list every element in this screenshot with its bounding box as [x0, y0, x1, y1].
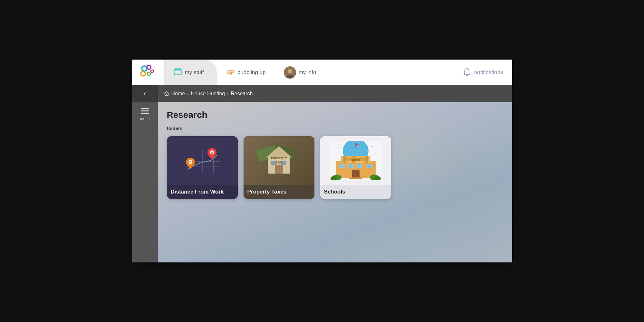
distance-illustration: B A [178, 144, 226, 177]
menu-icon [141, 108, 149, 114]
svg-point-2 [141, 71, 145, 76]
main-area: menu Research folders [132, 102, 512, 262]
svg-rect-5 [174, 70, 181, 75]
svg-rect-62 [352, 170, 360, 178]
svg-rect-64 [349, 177, 362, 179]
schools-illustration: ✦ ✦ • • [330, 141, 381, 180]
svg-point-12 [466, 68, 467, 69]
folders-label: folders [167, 126, 503, 131]
nav-tab-bubblingup[interactable]: bubbling up [217, 60, 275, 85]
mystuff-label: my stuff [185, 69, 204, 76]
svg-point-63 [354, 174, 355, 175]
nav-tab-myinfo[interactable]: my info [275, 60, 325, 85]
menu-button[interactable]: menu [140, 108, 149, 121]
folder-card-distance[interactable]: B A Distance From Work [167, 136, 238, 199]
svg-point-1 [147, 65, 151, 69]
card-label-taxes: Property Taxes [244, 185, 314, 199]
back-button[interactable]: ‹ [132, 85, 158, 102]
taxes-illustration: PROPERTY TAX [255, 143, 303, 178]
breadcrumb-sep-1: › [187, 90, 189, 97]
nav-tab-mystuff[interactable]: my stuff [164, 60, 217, 85]
breadcrumb-home[interactable]: Home [164, 91, 185, 97]
svg-point-0 [142, 66, 147, 71]
folder-card-schools[interactable]: ✦ ✦ • • [320, 136, 391, 199]
avatar [284, 66, 296, 79]
svg-text:TAX: TAX [275, 160, 283, 164]
svg-text:PROPERTY: PROPERTY [271, 156, 287, 160]
svg-text:school: school [351, 158, 360, 161]
svg-point-7 [231, 70, 234, 73]
notifications-icon [462, 67, 472, 78]
menu-label: menu [140, 117, 149, 121]
folders-grid: B A Distance From Work [167, 136, 503, 199]
bubblingup-label: bubbling up [237, 69, 266, 76]
svg-rect-45 [343, 156, 346, 163]
svg-rect-47 [365, 156, 368, 163]
card-image-schools: ✦ ✦ • • [320, 136, 391, 185]
breadcrumb-house-hunting[interactable]: House Hunting [191, 91, 225, 97]
svg-text:B: B [189, 161, 191, 164]
svg-rect-41 [355, 143, 356, 147]
content-area: Research folders [158, 102, 512, 262]
breadcrumb-sep-2: › [227, 90, 229, 97]
folder-card-taxes[interactable]: PROPERTY TAX Property Taxes [244, 136, 314, 199]
card-label-schools: Schools [320, 185, 391, 199]
svg-text:•: • [335, 154, 335, 156]
svg-text:✦: ✦ [338, 146, 340, 148]
notifications-button[interactable]: notifications [453, 67, 512, 78]
svg-text:✦: ✦ [371, 145, 373, 147]
top-nav: my stuff bubbling up my info [132, 60, 512, 85]
home-icon [164, 91, 169, 97]
breadcrumb-current: Research [231, 91, 253, 97]
app-window: my stuff bubbling up my info [132, 60, 512, 262]
svg-text:A: A [211, 151, 213, 154]
svg-point-10 [288, 69, 292, 73]
bubblingup-icon [226, 67, 235, 78]
card-image-taxes: PROPERTY TAX [244, 136, 314, 185]
mystuff-icon [173, 67, 182, 78]
breadcrumb-bar: ‹ Home › House Hunting › Research [132, 85, 512, 102]
svg-point-4 [151, 70, 153, 72]
sidebar: menu [132, 102, 158, 262]
breadcrumb: Home › House Hunting › Research [158, 90, 259, 97]
svg-point-3 [147, 72, 150, 75]
svg-point-8 [230, 73, 232, 75]
svg-text:•: • [375, 153, 376, 155]
notifications-label: notifications [474, 69, 503, 76]
myinfo-label: my info [299, 69, 316, 76]
logo [132, 64, 164, 81]
svg-rect-30 [275, 165, 283, 174]
card-label-distance: Distance From Work [167, 185, 238, 199]
card-image-distance: B A [167, 136, 238, 185]
page-title: Research [167, 110, 503, 120]
